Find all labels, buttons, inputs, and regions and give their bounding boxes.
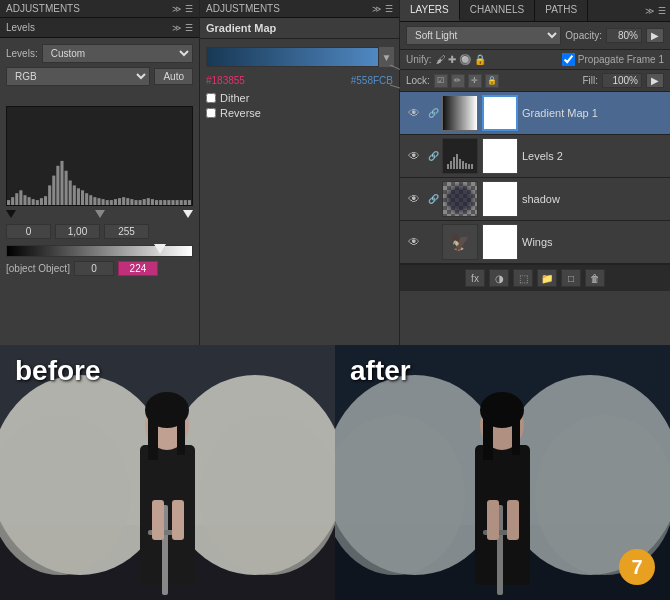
reverse-row: Reverse <box>206 107 393 119</box>
svg-rect-4 <box>23 195 26 205</box>
channel-dropdown[interactable]: RGB <box>6 67 150 86</box>
lock-label: Lock: <box>406 75 430 86</box>
layer-eye-wings[interactable]: 👁 <box>406 234 422 250</box>
after-panel: after 7 <box>335 345 670 600</box>
lock-brush-icon[interactable]: ✏ <box>451 74 465 88</box>
svg-rect-34 <box>147 198 150 205</box>
histogram <box>6 106 193 206</box>
svg-rect-18 <box>81 190 84 205</box>
output-max-input[interactable]: 224 <box>118 261 158 276</box>
levels-menu-icon[interactable]: ☰ <box>185 23 193 33</box>
svg-rect-26 <box>114 199 117 205</box>
tabs-expand-icon[interactable]: ≫ <box>645 6 654 16</box>
lock-check-icon[interactable]: ☑ <box>434 74 448 88</box>
svg-rect-52 <box>465 163 467 169</box>
fill-input[interactable]: 100% <box>602 73 642 88</box>
propagate-row: Propagate Frame 1 <box>562 53 664 66</box>
dither-row: Dither <box>206 92 393 104</box>
white-point-slider[interactable] <box>183 210 193 218</box>
layer-row-levels2[interactable]: 👁 🔗 Levels 2 <box>400 135 670 178</box>
blend-row: Soft Light Opacity: 80% ▶ <box>400 22 670 50</box>
output-row: [object Object] 0 224 <box>6 261 193 276</box>
svg-rect-11 <box>52 176 55 205</box>
tab-layers[interactable]: LAYERS <box>400 0 460 21</box>
auto-button[interactable]: Auto <box>154 68 193 85</box>
opacity-arrow-button[interactable]: ▶ <box>646 28 664 43</box>
color-left-label: #183855 <box>206 75 245 86</box>
fill-arrow-button[interactable]: ▶ <box>646 73 664 88</box>
wings-thumb-icon: 🦅 <box>450 233 470 252</box>
lock-move-icon[interactable]: ✛ <box>468 74 482 88</box>
svg-rect-5 <box>28 197 31 205</box>
lock-all-icon[interactable]: 🔒 <box>485 74 499 88</box>
histogram-svg <box>7 107 192 205</box>
fx-button[interactable]: fx <box>465 269 485 287</box>
black-point-slider[interactable] <box>6 210 16 218</box>
midpoint-slider[interactable] <box>95 210 105 218</box>
expand-icon[interactable]: ≫ <box>172 4 181 14</box>
svg-rect-9 <box>44 196 47 205</box>
dither-checkbox[interactable] <box>206 93 216 103</box>
svg-rect-89 <box>507 500 519 540</box>
opacity-input[interactable]: 80% <box>606 28 642 43</box>
panel-header-icons: ≫ ☰ <box>172 4 193 14</box>
svg-rect-17 <box>77 188 80 205</box>
layer-eye-levels2[interactable]: 👁 <box>406 148 422 164</box>
tab-channels[interactable]: CHANNELS <box>460 0 535 21</box>
before-panel: before <box>0 345 335 600</box>
tab-paths[interactable]: PATHS <box>535 0 588 21</box>
unify-row: Unify: 🖌 ✚ 🔘 🔒 Propagate Frame 1 <box>400 50 670 70</box>
layer-eye-gradient-map[interactable]: 👁 <box>406 105 422 121</box>
layer-mask-levels2 <box>482 138 518 174</box>
layer-mask-shadow <box>482 181 518 217</box>
blend-mode-select[interactable]: Soft Light <box>406 26 561 45</box>
output-slider[interactable] <box>6 245 193 257</box>
adjustment-layer-button[interactable]: ⬚ <box>513 269 533 287</box>
gradient-map-header-title: ADJUSTMENTS <box>206 3 280 14</box>
gradient-map-title: Gradient Map <box>200 18 399 39</box>
menu-icon[interactable]: ☰ <box>185 4 193 14</box>
layer-chain-icon: 🔗 <box>426 106 440 120</box>
svg-rect-24 <box>106 200 109 205</box>
svg-rect-23 <box>102 199 105 205</box>
color-codes-row: #183855 #558FCB <box>200 75 399 86</box>
gradient-dropdown-arrow[interactable]: ▼ <box>378 47 394 67</box>
svg-rect-7 <box>36 200 39 205</box>
lock-row: Lock: ☑ ✏ ✛ 🔒 Fill: 100% ▶ <box>400 70 670 92</box>
gm-menu-icon[interactable]: ☰ <box>385 4 393 14</box>
layer-chain-wings <box>426 235 440 249</box>
layer-row-wings[interactable]: 👁 🦅 Wings <box>400 221 670 264</box>
preset-dropdown[interactable]: Custom <box>42 44 193 63</box>
svg-rect-35 <box>151 199 154 205</box>
gm-expand-icon[interactable]: ≫ <box>372 4 381 14</box>
tabs-menu-icon[interactable]: ☰ <box>658 6 666 16</box>
levels-expand-icon[interactable]: ≫ <box>172 23 181 33</box>
levels-subtitle: Levels <box>6 22 35 33</box>
propagate-checkbox[interactable] <box>562 53 575 66</box>
gradient-bar[interactable] <box>206 47 393 67</box>
layer-row-gradient-map[interactable]: 👁 🔗 Gradient Map 1 <box>400 92 670 135</box>
layer-row-shadow[interactable]: 👁 🔗 shadow <box>400 178 670 221</box>
group-layer-button[interactable]: 📁 <box>537 269 557 287</box>
output-min-input[interactable]: 0 <box>74 261 114 276</box>
layer-name-wings: Wings <box>522 236 664 248</box>
adjustments-panel: ADJUSTMENTS ≫ ☰ Levels ≫ ☰ Levels: Custo… <box>0 0 200 345</box>
svg-rect-33 <box>143 199 146 205</box>
white-level-input[interactable]: 255 <box>104 224 149 239</box>
svg-rect-14 <box>65 171 68 205</box>
input-triangles <box>6 210 193 222</box>
mid-level-input[interactable]: 1,00 <box>55 224 100 239</box>
svg-rect-36 <box>155 200 158 205</box>
reverse-checkbox[interactable] <box>206 108 216 118</box>
output-max-thumb[interactable] <box>154 244 166 254</box>
svg-rect-46 <box>447 164 449 169</box>
black-level-input[interactable]: 0 <box>6 224 51 239</box>
layers-tabs: LAYERS CHANNELS PATHS ≫ ☰ <box>400 0 670 22</box>
delete-layer-button[interactable]: 🗑 <box>585 269 605 287</box>
levels-header: Levels ≫ ☰ <box>0 18 199 38</box>
new-layer-button[interactable]: □ <box>561 269 581 287</box>
new-fill-layer-button[interactable]: ◑ <box>489 269 509 287</box>
layer-eye-shadow[interactable]: 👁 <box>406 191 422 207</box>
panel-header: ADJUSTMENTS ≫ ☰ <box>0 0 199 18</box>
reverse-label: Reverse <box>220 107 261 119</box>
